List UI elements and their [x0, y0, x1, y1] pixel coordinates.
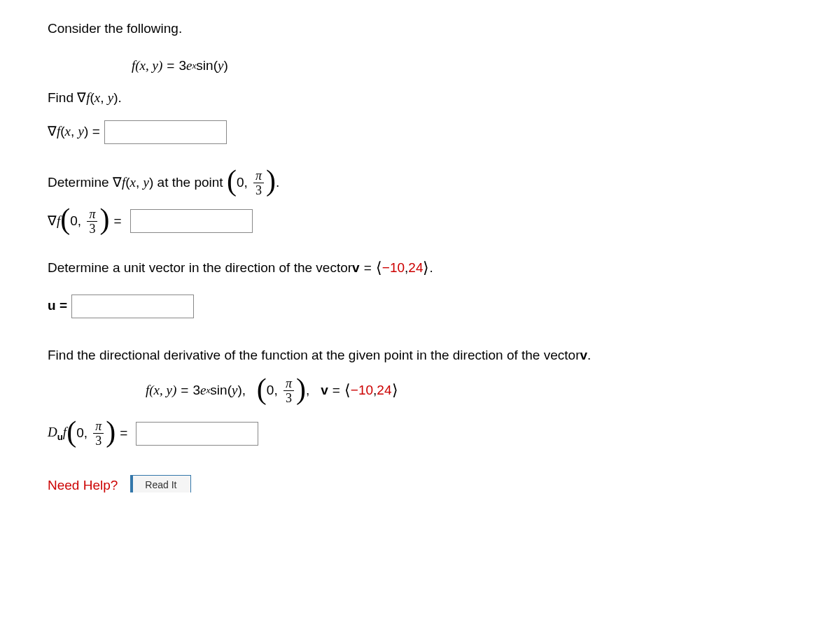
- du-frac: π 3: [93, 420, 104, 447]
- need-help-row: Need Help? Read It: [48, 475, 792, 492]
- v-symbol-1: v: [352, 259, 360, 278]
- u-label: u =: [48, 297, 67, 315]
- func-sin-open: sin(: [196, 57, 218, 76]
- point-frac-den: 3: [253, 183, 264, 197]
- need-help-label: Need Help?: [48, 476, 118, 493]
- grad-at-frac: π 3: [87, 208, 97, 235]
- u-answer-row: u =: [48, 295, 792, 318]
- period-1: .: [276, 173, 279, 192]
- sum-frac: π 3: [284, 377, 294, 404]
- point-frac: π 3: [253, 169, 264, 197]
- determine-grad-pre: Determine ∇f(x, y) at the point: [48, 173, 227, 192]
- equals-3: =: [364, 259, 372, 278]
- intro-text-content: Consider the following.: [48, 20, 182, 38]
- du-den: 3: [93, 434, 104, 447]
- grad-at-point-row: ∇f ( 0, π 3 ) =: [48, 208, 792, 235]
- sum-v-b: 24: [377, 381, 391, 400]
- dir-deriv-pre: Find the directional derivative of the f…: [48, 346, 580, 365]
- find-gradient-text: Find ∇f(x, y).: [48, 89, 792, 108]
- point-paren: ( 0, π 3 ): [227, 169, 276, 197]
- sum-sin-arg: y: [232, 381, 237, 400]
- func-coeff: 3: [178, 57, 186, 76]
- v-a-1: −10: [382, 259, 405, 278]
- dir-deriv-text: Find the directional derivative of the f…: [48, 346, 792, 365]
- u-input[interactable]: [71, 295, 194, 318]
- sum-pt-den: 3: [284, 391, 294, 404]
- du-D: D: [48, 425, 57, 439]
- sum-v-a: −10: [351, 381, 373, 400]
- sum-f-lhs: f(x, y): [146, 381, 176, 400]
- angle-close-2: ⟩: [392, 380, 398, 402]
- angle-close-1: ⟩: [423, 257, 429, 279]
- func-lhs: f(x, y): [132, 57, 162, 76]
- sum-pt-first: 0: [267, 381, 274, 400]
- period-3: .: [587, 346, 591, 365]
- summary-row: f(x, y) = 3ex sin(y), ( 0, π 3 ) , v = ⟨…: [48, 377, 792, 404]
- sum-point: ( 0, π 3 ): [257, 377, 306, 404]
- unit-vec-pre: Determine a unit vector in the direction…: [48, 259, 352, 278]
- gradient-answer-row: ∇f(x, y) =: [48, 120, 792, 144]
- equals-4: =: [181, 381, 188, 400]
- angle-open-1: ⟨: [376, 257, 382, 279]
- read-it-label: Read It: [145, 479, 176, 490]
- sum-sin-open: sin(: [210, 381, 232, 400]
- gradient-input[interactable]: [104, 120, 227, 144]
- period-2: .: [429, 259, 433, 278]
- grad-at-label: ∇f: [48, 212, 60, 231]
- point-frac-num: π: [253, 169, 264, 183]
- equals-6: =: [120, 424, 127, 443]
- angle-open-2: ⟨: [344, 380, 351, 402]
- du-paren: ( 0, π 3 ): [66, 420, 115, 447]
- du-num: π: [93, 420, 104, 434]
- func-arg: y: [218, 57, 223, 76]
- sum-coeff: 3: [192, 381, 200, 400]
- read-it-button[interactable]: Read It: [130, 475, 191, 492]
- grad-at-den: 3: [87, 222, 97, 235]
- equals-2: =: [113, 212, 121, 231]
- determine-grad-text: Determine ∇f(x, y) at the point ( 0, π 3…: [48, 169, 792, 197]
- du-first: 0: [76, 424, 84, 443]
- grad-at-num: π: [87, 208, 97, 222]
- func-close: ): [223, 57, 227, 76]
- equals-1: =: [167, 57, 174, 76]
- grad-at-first: 0: [70, 212, 78, 231]
- v-b-1: 24: [408, 259, 423, 278]
- gradient-label: ∇f(x, y) =: [48, 122, 100, 141]
- grad-at-input[interactable]: [130, 209, 253, 233]
- du-label: Duf: [48, 423, 66, 444]
- du-answer-row: Duf ( 0, π 3 ) =: [48, 420, 792, 447]
- unit-vector-text: Determine a unit vector in the direction…: [48, 257, 792, 279]
- du-sub: u: [57, 432, 63, 442]
- sum-v-sym: v: [321, 381, 328, 400]
- sum-pt-num: π: [284, 377, 294, 391]
- v-symbol-2: v: [580, 346, 587, 365]
- point-first: 0: [237, 173, 244, 192]
- du-input[interactable]: [136, 422, 258, 446]
- grad-at-paren: ( 0, π 3 ): [60, 208, 109, 235]
- equals-5: =: [332, 381, 340, 400]
- function-definition: f(x, y) = 3ex sin(y): [48, 57, 792, 76]
- intro-text: Consider the following.: [48, 20, 792, 38]
